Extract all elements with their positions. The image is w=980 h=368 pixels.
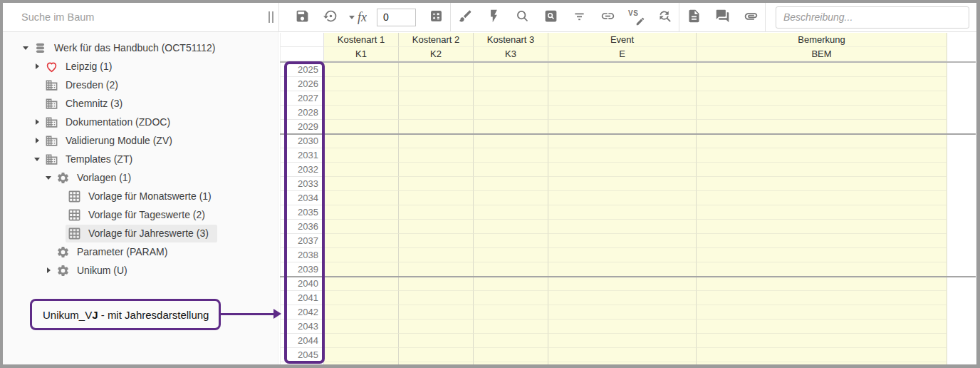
grid-cell[interactable] bbox=[548, 277, 697, 291]
tree-item-content[interactable]: Leipzig (1) bbox=[43, 58, 120, 76]
grid-cell[interactable] bbox=[324, 163, 399, 177]
grid-cell[interactable] bbox=[399, 148, 474, 163]
grid-cell[interactable] bbox=[324, 262, 399, 277]
grid-cell[interactable] bbox=[697, 106, 947, 120]
grid-cell[interactable] bbox=[548, 262, 697, 277]
row-header-year[interactable]: 2030 bbox=[280, 134, 324, 148]
grid-cell[interactable] bbox=[324, 77, 399, 91]
grid-cell[interactable] bbox=[474, 262, 548, 277]
grid-cell[interactable] bbox=[548, 320, 697, 334]
grid-cell[interactable] bbox=[324, 277, 399, 291]
row-header-year[interactable]: 2025 bbox=[280, 63, 324, 77]
grid-cell[interactable] bbox=[324, 320, 399, 334]
tree-item-content[interactable]: Vorlage für Monatswerte (1) bbox=[66, 188, 220, 205]
grid-cell[interactable] bbox=[324, 220, 399, 234]
grid-cell[interactable] bbox=[697, 348, 947, 362]
grid-cell[interactable] bbox=[474, 248, 548, 262]
grid-cell[interactable] bbox=[697, 277, 947, 291]
grid-cell[interactable] bbox=[474, 77, 548, 91]
grid-cell[interactable] bbox=[697, 191, 947, 205]
row-header-year[interactable]: 2039 bbox=[280, 262, 324, 277]
tree-item[interactable]: Chemnitz (3) bbox=[3, 94, 278, 113]
tree-item-content[interactable]: Validierung Module (ZV) bbox=[43, 132, 181, 150]
grid-cell[interactable] bbox=[697, 120, 947, 134]
grid-cell[interactable] bbox=[474, 334, 548, 348]
grid-cell[interactable] bbox=[399, 320, 474, 334]
grid-cell[interactable] bbox=[548, 177, 697, 191]
grid-cell[interactable] bbox=[399, 234, 474, 248]
row-header-year[interactable]: 2035 bbox=[280, 205, 324, 220]
grid-cell[interactable] bbox=[324, 63, 399, 77]
description-input[interactable] bbox=[776, 6, 969, 29]
grid-cell[interactable] bbox=[399, 277, 474, 291]
column-code[interactable]: E bbox=[548, 47, 697, 61]
row-header-year[interactable]: 2027 bbox=[280, 91, 324, 106]
grid-cell[interactable] bbox=[324, 134, 399, 148]
row-header-year[interactable]: 2045 bbox=[280, 348, 324, 362]
grid-cell[interactable] bbox=[474, 277, 548, 291]
tree-item-content[interactable]: Dresden (2) bbox=[43, 76, 127, 94]
grid-cell[interactable] bbox=[399, 134, 474, 148]
tree-item-content[interactable]: Parameter (PARAM) bbox=[54, 243, 176, 261]
chevron-down-icon[interactable] bbox=[43, 176, 54, 180]
chevron-right-icon[interactable] bbox=[31, 138, 43, 143]
grid-cell[interactable] bbox=[474, 320, 548, 334]
grid-cell[interactable] bbox=[474, 163, 548, 177]
tree-item-content[interactable]: Chemnitz (3) bbox=[43, 95, 131, 113]
row-header-year[interactable]: 2034 bbox=[280, 191, 324, 205]
column-code[interactable]: K1 bbox=[324, 47, 399, 61]
grid-cell[interactable] bbox=[399, 262, 474, 277]
comment-button[interactable] bbox=[714, 9, 730, 25]
grid-cell[interactable] bbox=[548, 63, 697, 77]
grid-cell[interactable] bbox=[474, 134, 548, 148]
grid-cell[interactable] bbox=[548, 291, 697, 305]
tree-item-content[interactable]: Vorlage für Tageswerte (2) bbox=[66, 206, 214, 224]
row-header-year[interactable]: 2028 bbox=[280, 106, 324, 120]
grid-cell[interactable] bbox=[399, 191, 474, 205]
grid-cell[interactable] bbox=[399, 205, 474, 220]
grid-cell[interactable] bbox=[399, 362, 474, 364]
search-refresh-button[interactable] bbox=[657, 9, 672, 25]
link-button[interactable] bbox=[600, 9, 615, 25]
row-header-year[interactable]: 2041 bbox=[280, 291, 324, 305]
chevron-down-icon[interactable] bbox=[31, 158, 43, 161]
tree-item[interactable]: Vorlage für Tageswerte (2) bbox=[3, 205, 278, 224]
tree-item[interactable]: Vorlagen (1) bbox=[3, 168, 278, 187]
column-header[interactable]: Bemerkung bbox=[697, 33, 947, 47]
grid-cell[interactable] bbox=[548, 120, 697, 134]
number-input[interactable] bbox=[377, 9, 416, 26]
grid-cell[interactable] bbox=[324, 120, 399, 134]
column-header[interactable]: Event bbox=[548, 33, 697, 47]
tree-item-content[interactable]: Vorlagen (1) bbox=[54, 169, 140, 187]
grid-cell[interactable] bbox=[697, 305, 947, 320]
grid-cell[interactable] bbox=[474, 177, 548, 191]
tree-item[interactable]: Werk für das Handbuch (OCT51112) bbox=[3, 39, 278, 57]
grid-cell[interactable] bbox=[548, 163, 697, 177]
tree-item[interactable]: Dokumentation (ZDOC) bbox=[3, 113, 278, 131]
grid-cell[interactable] bbox=[399, 220, 474, 234]
row-header-year[interactable]: 2040 bbox=[280, 277, 324, 291]
grid-cell[interactable] bbox=[697, 148, 947, 163]
grid-cell[interactable] bbox=[548, 134, 697, 148]
chevron-right-icon[interactable] bbox=[31, 119, 43, 125]
grid-cell[interactable] bbox=[399, 91, 474, 106]
tree-item[interactable]: Validierung Module (ZV) bbox=[3, 131, 278, 150]
grid-cell[interactable] bbox=[474, 205, 548, 220]
chevron-down-icon[interactable] bbox=[20, 46, 31, 50]
grid-cell[interactable] bbox=[548, 305, 697, 320]
row-header-year[interactable]: 2029 bbox=[280, 120, 324, 134]
row-header-year[interactable]: 2037 bbox=[280, 234, 324, 248]
grid-cell[interactable] bbox=[324, 305, 399, 320]
grid-cell[interactable] bbox=[474, 191, 548, 205]
grid-cell[interactable] bbox=[324, 148, 399, 163]
grid-cell[interactable] bbox=[474, 91, 548, 106]
grid-cell[interactable] bbox=[474, 220, 548, 234]
row-header-year[interactable]: 2042 bbox=[280, 305, 324, 320]
grid-cell[interactable] bbox=[474, 348, 548, 362]
grid-cell[interactable] bbox=[697, 291, 947, 305]
row-header-year[interactable]: 2026 bbox=[280, 77, 324, 91]
tree-item[interactable]: Templates (ZT) bbox=[3, 150, 278, 168]
grid-cell[interactable] bbox=[697, 220, 947, 234]
grid-cell[interactable] bbox=[399, 305, 474, 320]
row-header-year[interactable]: 2033 bbox=[280, 177, 324, 191]
